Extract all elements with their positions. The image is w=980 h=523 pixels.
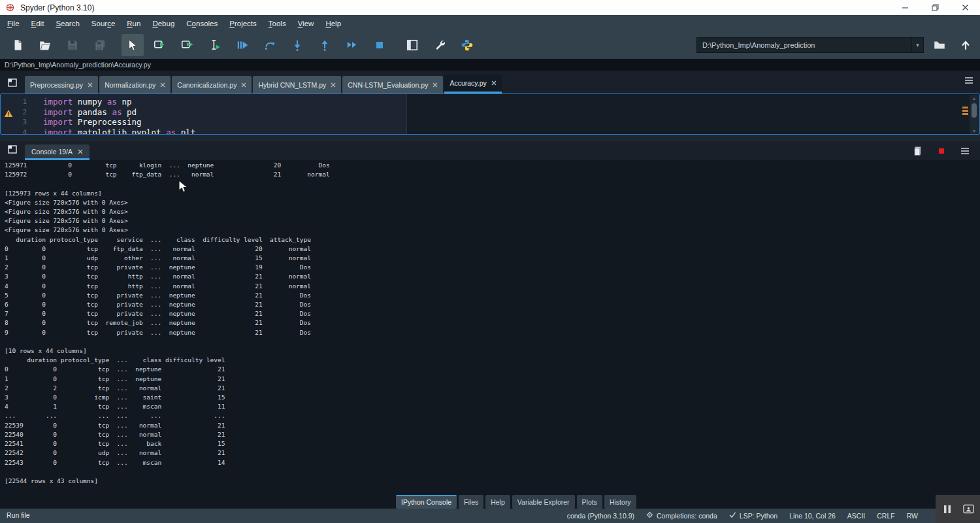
editor-options-menu-icon[interactable] — [963, 75, 975, 88]
console-browse-tabs-button[interactable] — [4, 141, 21, 158]
run-current-line-button[interactable] — [259, 34, 281, 56]
stop-button[interactable] — [368, 34, 391, 56]
tab-label: Accuracy.py — [449, 79, 486, 87]
check-icon — [729, 512, 736, 520]
tab-close-icon[interactable] — [241, 82, 246, 88]
toolbar: D:\Python_Imp\Anomaly_prediction ▾ — [0, 31, 980, 59]
menu-tools[interactable]: Tools — [263, 17, 292, 30]
editor-browse-tabs-button[interactable] — [4, 74, 21, 91]
editor-tab-cnn-lstm-evaluation-py[interactable]: CNN-LSTM_Evaluation.py — [342, 76, 443, 93]
continue-button[interactable] — [341, 34, 363, 56]
run-cell-advance-button[interactable] — [176, 34, 199, 56]
pane-tab-variable-explorer[interactable]: Variable Explorer — [512, 495, 575, 509]
status-crlf: CRLF — [877, 512, 894, 520]
warning-icon — [4, 109, 13, 120]
statusbar: Run file conda (Python 3.10.9)Completion… — [0, 509, 980, 523]
restore-button[interactable] — [920, 0, 950, 15]
menu-edit[interactable]: Edit — [25, 17, 50, 30]
editor-scrollbar-thumb[interactable] — [972, 103, 977, 118]
editor-scrollbar[interactable]: ▲ ▼ — [970, 95, 979, 135]
bottom-pane-strip: IPython ConsoleFilesHelpVariable Explore… — [0, 492, 980, 509]
recorder-overlay — [936, 495, 980, 523]
code-line-2: 2import pandas as pd — [1, 107, 915, 118]
spyder-logo-icon — [5, 3, 15, 12]
console-options-menu-icon[interactable] — [955, 144, 975, 158]
scroll-up-icon[interactable]: ▲ — [971, 96, 977, 101]
pane-tab-ipython-console[interactable]: IPython Console — [396, 495, 457, 509]
line-number: 4 — [1, 127, 27, 135]
working-directory-combobox[interactable]: D:\Python_Imp\Anomaly_prediction ▾ — [696, 37, 924, 53]
status-line-10-col-26: Line 10, Col 26 — [789, 512, 836, 520]
close-button[interactable] — [950, 0, 980, 15]
menu-projects[interactable]: Projects — [223, 17, 263, 30]
editor-warning-flags — [962, 95, 970, 135]
status-ascii: ASCII — [847, 512, 865, 520]
editor-tab-preprocessing-py[interactable]: Preprocessing.py — [25, 76, 98, 93]
status-completions: Completions: conda — [646, 511, 717, 520]
save-file-button — [61, 34, 84, 56]
tab-close-icon[interactable] — [491, 80, 497, 86]
code-text: import matplotlib.pyplot as plt — [27, 127, 195, 135]
interrupt-kernel-icon[interactable] — [932, 144, 951, 158]
editor-tabbar: Preprocessing.pyNormalization.pyCanonica… — [0, 71, 980, 93]
save-all-button — [89, 34, 111, 56]
editor-tab-normalization-py[interactable]: Normalization.py — [99, 76, 171, 93]
recorder-pause-button[interactable] — [938, 499, 956, 519]
menu-source[interactable]: Source — [86, 17, 121, 30]
menu-search[interactable]: Search — [50, 17, 85, 30]
run-selection-button[interactable] — [204, 34, 226, 56]
tab-close-icon[interactable] — [433, 82, 438, 88]
pane-tab-files[interactable]: Files — [459, 495, 483, 509]
code-text: import pandas as pd — [27, 107, 137, 118]
menu-file[interactable]: File — [1, 17, 25, 30]
menu-run[interactable]: Run — [121, 17, 146, 30]
parent-directory-button[interactable] — [955, 35, 976, 55]
console-tab-close-icon[interactable] — [78, 149, 83, 154]
menubar: FileEditSearchSourceRunDebugConsolesProj… — [0, 15, 980, 31]
python-env-button[interactable] — [456, 34, 478, 56]
current-file-path: D:\Python_Imp\Anomaly_prediction\Accurac… — [5, 61, 151, 69]
pane-tab-help[interactable]: Help — [485, 495, 510, 509]
menu-consoles[interactable]: Consoles — [180, 17, 223, 30]
line-number: 1 — [1, 97, 27, 107]
menu-debug[interactable]: Debug — [146, 17, 180, 30]
editor-tab-accuracy-py[interactable]: Accuracy.py — [444, 75, 501, 93]
tab-label: Preprocessing.py — [30, 81, 83, 89]
preferences-button[interactable] — [429, 34, 451, 56]
code-line-3: 3import Preprocessing — [1, 117, 915, 127]
menu-view[interactable]: View — [292, 17, 320, 30]
tab-close-icon[interactable] — [331, 82, 336, 88]
console-tab[interactable]: Console 19/A — [25, 144, 90, 160]
scroll-down-icon[interactable]: ▼ — [971, 129, 977, 133]
pane-splitter[interactable] — [0, 135, 980, 141]
menu-help[interactable]: Help — [319, 17, 347, 30]
maximize-pane-button[interactable] — [401, 34, 423, 56]
run-cell-button[interactable] — [149, 34, 171, 56]
console-tabbar: Console 19/A — [0, 141, 980, 160]
recorder-display-button[interactable] — [960, 499, 977, 519]
browse-directory-button[interactable] — [929, 35, 950, 55]
step-into-button[interactable] — [286, 34, 308, 56]
editor-tab-hybrid-cnn-lstm-py[interactable]: Hybrid CNN_LSTM.py — [253, 76, 341, 93]
tab-label: Hybrid CNN_LSTM.py — [258, 81, 326, 89]
status-rw: RW — [907, 512, 918, 520]
chevron-down-icon[interactable]: ▾ — [911, 38, 923, 52]
editor-tab-canonicalization-py[interactable]: Canonicalization.py — [172, 76, 252, 93]
tab-close-icon[interactable] — [88, 82, 93, 88]
console-text: 125971 0 tcp klogin ... neptune 20 Dos 1… — [5, 161, 972, 486]
new-console-icon[interactable] — [908, 144, 928, 158]
pane-tab-plots[interactable]: Plots — [577, 495, 602, 509]
code-text: import numpy as np — [27, 97, 131, 107]
code-editor[interactable]: 1import numpy as np2import pandas as pd3… — [0, 93, 980, 135]
console-output[interactable]: 125971 0 tcp klogin ... neptune 20 Dos 1… — [5, 161, 972, 488]
tab-close-icon[interactable] — [160, 82, 165, 88]
step-return-button[interactable] — [314, 34, 336, 56]
open-file-button[interactable] — [34, 34, 56, 56]
code-line-4: 4import matplotlib.pyplot as plt — [1, 127, 915, 135]
minimize-button[interactable] — [890, 0, 920, 15]
tab-label: Normalization.py — [105, 81, 155, 89]
new-file-button[interactable] — [7, 34, 29, 56]
debug-file-button[interactable] — [231, 34, 253, 56]
pointer-button[interactable] — [122, 34, 144, 56]
pane-tab-history[interactable]: History — [604, 495, 636, 509]
